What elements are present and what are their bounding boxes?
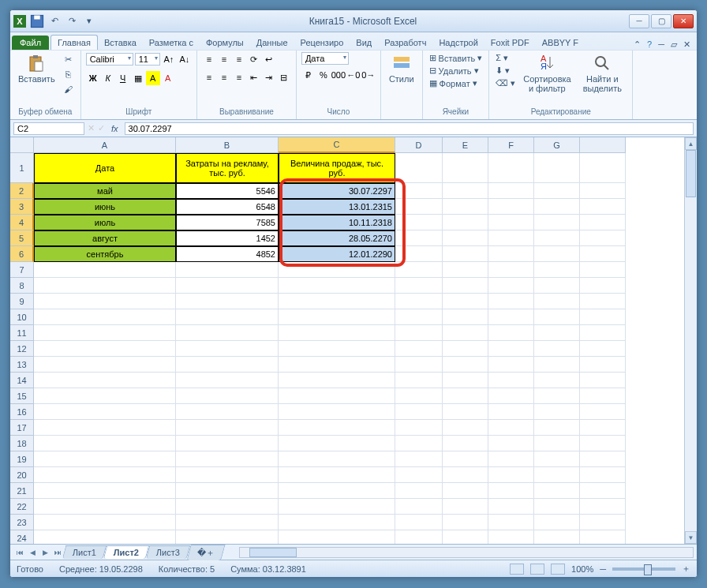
cell-empty[interactable]: [279, 325, 395, 341]
number-format-dropdown[interactable]: Дата: [301, 52, 349, 65]
cell-empty[interactable]: [443, 183, 488, 199]
cell-empty[interactable]: [580, 499, 626, 515]
cell-empty[interactable]: [534, 215, 580, 230]
cell-empty[interactable]: [395, 420, 443, 436]
cell-empty[interactable]: [34, 515, 176, 530]
cell-empty[interactable]: [395, 483, 443, 499]
cell-empty[interactable]: [488, 215, 534, 230]
save-icon[interactable]: [29, 13, 45, 29]
cell-empty[interactable]: [488, 515, 534, 530]
cell-empty[interactable]: [580, 515, 626, 530]
cell-empty[interactable]: [176, 499, 279, 515]
cell-empty[interactable]: [488, 467, 534, 483]
cell-empty[interactable]: [488, 309, 534, 325]
minimize-button[interactable]: ─: [629, 14, 649, 28]
column-header[interactable]: D: [395, 137, 443, 153]
styles-button[interactable]: Стили: [386, 52, 417, 85]
qat-more-icon[interactable]: ▾: [81, 13, 97, 29]
tab-file[interactable]: Файл: [12, 36, 49, 50]
cell-empty[interactable]: [279, 530, 395, 544]
sheet-tab-1[interactable]: Лист1: [62, 545, 107, 559]
row-header[interactable]: 9: [10, 294, 34, 309]
sheet-nav-first-icon[interactable]: ⏮: [13, 546, 26, 559]
cell-empty[interactable]: [443, 404, 488, 420]
horizontal-scrollbar[interactable]: [239, 547, 694, 558]
cell-empty[interactable]: [580, 483, 626, 499]
select-all-button[interactable]: [10, 137, 34, 153]
cell-empty[interactable]: [443, 515, 488, 530]
clear-button[interactable]: ⌫ ▾: [494, 77, 517, 89]
row-header[interactable]: 19: [10, 451, 34, 467]
cell-empty[interactable]: [395, 373, 443, 388]
cell-data[interactable]: сентябрь: [34, 246, 176, 262]
cell-empty[interactable]: [580, 183, 626, 199]
cell-empty[interactable]: [395, 199, 443, 215]
cell-data[interactable]: 7585: [176, 215, 279, 230]
cell-empty[interactable]: [443, 278, 488, 294]
cell-empty[interactable]: [488, 499, 534, 515]
cell-empty[interactable]: [443, 230, 488, 246]
cell-empty[interactable]: [395, 262, 443, 278]
cell-empty[interactable]: [580, 246, 626, 262]
cell-empty[interactable]: [534, 499, 580, 515]
cell-empty[interactable]: [176, 388, 279, 404]
cell-empty[interactable]: [443, 483, 488, 499]
dec-decimal-icon[interactable]: 0→: [361, 68, 376, 82]
cell-data[interactable]: май: [34, 183, 176, 199]
cell-empty[interactable]: [488, 325, 534, 341]
cell-empty[interactable]: [443, 199, 488, 215]
cell-empty[interactable]: [534, 388, 580, 404]
cell-empty[interactable]: [580, 230, 626, 246]
cell-empty[interactable]: [534, 262, 580, 278]
cell-empty[interactable]: [443, 153, 488, 183]
format-painter-icon[interactable]: 🖌: [62, 82, 76, 96]
cell-empty[interactable]: [580, 325, 626, 341]
cell-empty[interactable]: [488, 246, 534, 262]
cell-empty[interactable]: [488, 373, 534, 388]
cell-empty[interactable]: [534, 451, 580, 467]
align-right-icon[interactable]: ≡: [232, 70, 246, 84]
row-header[interactable]: 17: [10, 420, 34, 436]
cell-empty[interactable]: [488, 357, 534, 373]
cell-empty[interactable]: [443, 262, 488, 278]
cell-empty[interactable]: [534, 294, 580, 309]
underline-button[interactable]: Ч: [116, 71, 130, 85]
doc-minimize-icon[interactable]: ─: [658, 39, 664, 50]
undo-icon[interactable]: ↶: [47, 13, 62, 29]
cell-empty[interactable]: [443, 357, 488, 373]
row-header[interactable]: 15: [10, 388, 34, 404]
cell-empty[interactable]: [488, 341, 534, 357]
cells-delete-button[interactable]: ⊟Удалить ▾: [428, 65, 484, 77]
zoom-slider[interactable]: [612, 567, 675, 571]
cell-empty[interactable]: [580, 153, 626, 183]
cell-empty[interactable]: [580, 388, 626, 404]
zoom-out-button[interactable]: ─: [600, 564, 606, 574]
cell-empty[interactable]: [176, 451, 279, 467]
row-header[interactable]: 8: [10, 278, 34, 294]
cell-empty[interactable]: [534, 153, 580, 183]
cell-empty[interactable]: [580, 199, 626, 215]
cell-empty[interactable]: [34, 309, 176, 325]
cell-empty[interactable]: [279, 436, 395, 451]
align-bottom-icon[interactable]: ≡: [232, 52, 246, 66]
cell-empty[interactable]: [395, 357, 443, 373]
tab-abbyy[interactable]: ABBYY F: [536, 36, 585, 50]
cell-empty[interactable]: [488, 262, 534, 278]
cell-empty[interactable]: [279, 373, 395, 388]
enter-formula-icon[interactable]: ✓: [98, 123, 105, 133]
cell-data[interactable]: 4852: [176, 246, 279, 262]
cell-empty[interactable]: [443, 467, 488, 483]
cell-empty[interactable]: [279, 341, 395, 357]
cell-empty[interactable]: [176, 515, 279, 530]
currency-icon[interactable]: ₽: [301, 68, 316, 82]
cell-empty[interactable]: [395, 341, 443, 357]
sheet-nav-next-icon[interactable]: ▶: [39, 546, 51, 559]
cell-data[interactable]: 5546: [176, 183, 279, 199]
tab-layout[interactable]: Разметка с: [143, 36, 200, 50]
cell-empty[interactable]: [34, 262, 176, 278]
tab-dev[interactable]: Разработч: [378, 36, 432, 50]
row-header[interactable]: 10: [10, 309, 34, 325]
cell-empty[interactable]: [488, 294, 534, 309]
cell-data[interactable]: 28.05.2270: [279, 230, 395, 246]
cell-empty[interactable]: [279, 357, 395, 373]
